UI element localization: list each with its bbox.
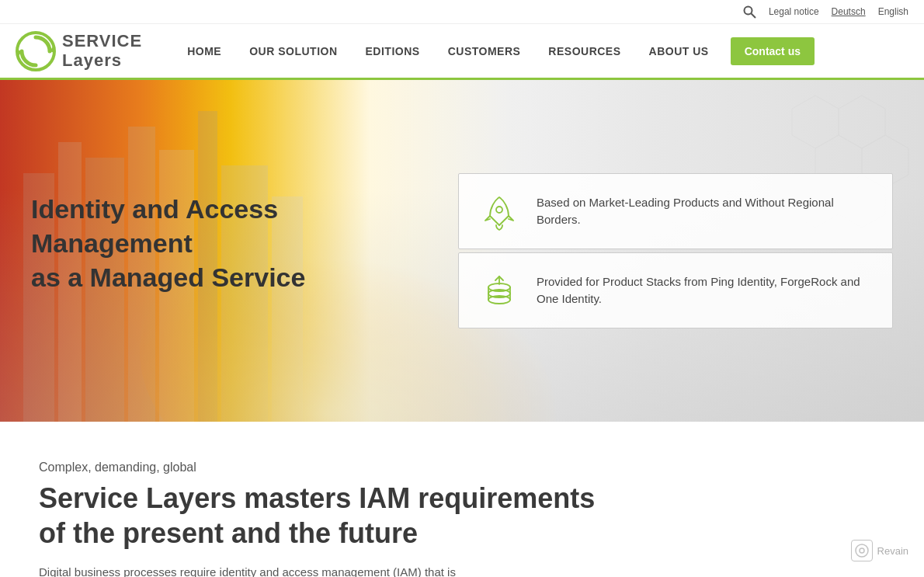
- revain-icon: [851, 540, 873, 561]
- lang-de-link[interactable]: Deutsch: [832, 6, 866, 17]
- nav-home[interactable]: HOME: [173, 23, 235, 79]
- legal-notice-link[interactable]: Legal notice: [769, 6, 819, 17]
- svg-point-31: [860, 548, 864, 553]
- lang-en-text: English: [878, 6, 908, 17]
- hero-left: Identity and Access Management as a Mana…: [31, 192, 435, 311]
- header: SERVICE Layers HOME OUR SOLUTION EDITION…: [0, 24, 924, 80]
- stack-icon: [478, 269, 521, 312]
- top-bar: Legal notice Deutsch English: [0, 0, 924, 24]
- hero-content: Identity and Access Management as a Mana…: [0, 150, 924, 352]
- logo-service: SERVICE: [62, 32, 142, 50]
- nav-about-us[interactable]: ABOUT US: [635, 23, 723, 79]
- logo[interactable]: SERVICE Layers: [16, 31, 142, 71]
- logo-text: SERVICE Layers: [62, 32, 142, 69]
- section-body: Digital business processes require ident…: [39, 563, 660, 577]
- nav-customers[interactable]: CUSTOMERS: [434, 23, 535, 79]
- search-icon-top[interactable]: [742, 5, 756, 19]
- contact-button[interactable]: Contact us: [731, 37, 815, 65]
- svg-line-1: [751, 14, 756, 19]
- nav-editions[interactable]: EDITIONS: [352, 23, 434, 79]
- feature-card-2: Provided for Product Stacks from Ping Id…: [458, 252, 893, 328]
- below-hero-section: Complex, demanding, global Service Layer…: [0, 422, 924, 577]
- feature-text-2: Provided for Product Stacks from Ping Id…: [537, 273, 874, 308]
- svg-point-30: [856, 544, 868, 557]
- rocket-icon: [478, 189, 521, 233]
- hero-section: Identity and Access Management as a Mana…: [0, 80, 924, 422]
- revain-badge: Revain: [851, 540, 908, 561]
- feature-card-1: Based on Market-Leading Products and Wit…: [458, 173, 893, 249]
- hero-title: Identity and Access Management as a Mana…: [31, 192, 435, 295]
- revain-label: Revain: [877, 545, 908, 557]
- logo-layers: Layers: [62, 51, 142, 70]
- logo-icon: [16, 31, 56, 71]
- section-subtitle: Complex, demanding, global: [39, 461, 885, 474]
- section-title: Service Layers masters IAM requirements …: [39, 481, 885, 551]
- feature-text-1: Based on Market-Leading Products and Wit…: [537, 194, 874, 229]
- svg-point-0: [744, 7, 752, 15]
- svg-point-21: [496, 207, 502, 213]
- hero-features: Based on Market-Leading Products and Wit…: [458, 173, 893, 328]
- nav-resources[interactable]: RESOURCES: [534, 23, 634, 79]
- main-nav: HOME OUR SOLUTION EDITIONS CUSTOMERS RES…: [173, 23, 908, 79]
- nav-our-solution[interactable]: OUR SOLUTION: [235, 23, 351, 79]
